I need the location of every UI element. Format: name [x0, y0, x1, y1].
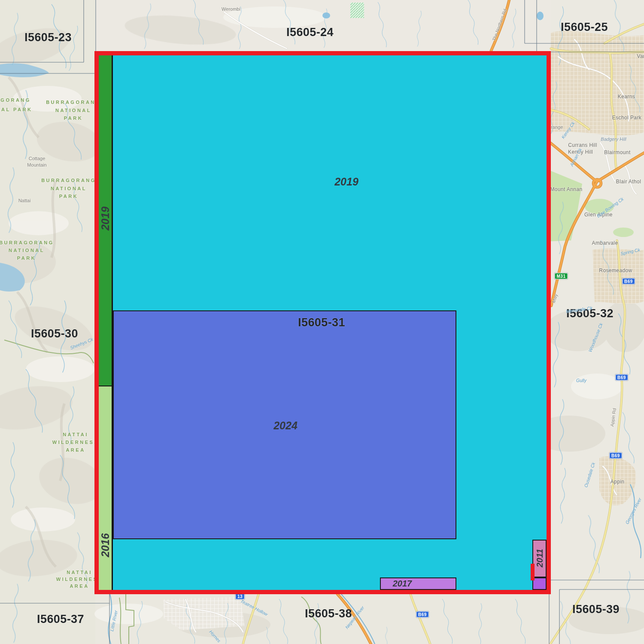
coverage-2024[interactable]	[113, 310, 456, 539]
coverage-2017[interactable]	[380, 577, 456, 590]
coverage-2019-strip[interactable]	[97, 55, 113, 386]
map-viewport: I5605-23I5605-24I5605-25I5605-30I5605-32…	[0, 0, 644, 644]
coverage-unlabeled[interactable]	[532, 577, 547, 590]
coverage-2011[interactable]	[532, 540, 547, 577]
coverage-2016-strip[interactable]	[97, 386, 113, 590]
